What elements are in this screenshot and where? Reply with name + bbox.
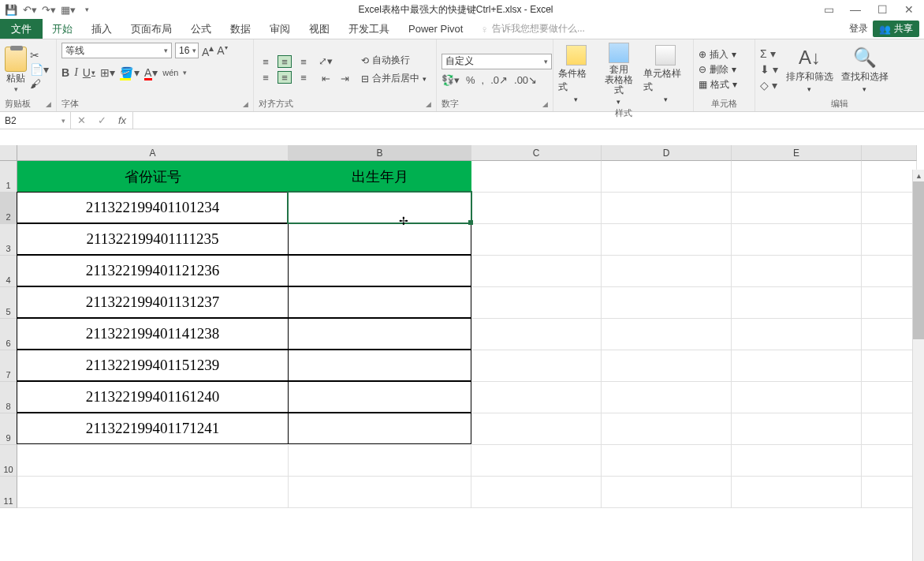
- cell[interactable]: [602, 382, 732, 413]
- cell[interactable]: [732, 161, 862, 193]
- row-header[interactable]: 5: [0, 287, 17, 319]
- cut-button[interactable]: ✂: [30, 49, 49, 62]
- cell[interactable]: [471, 350, 602, 382]
- cell[interactable]: [471, 193, 602, 224]
- find-select-button[interactable]: 🔍 查找和选择▾: [841, 47, 889, 93]
- ribbon-options-icon[interactable]: ▭: [817, 2, 840, 17]
- cell[interactable]: [862, 319, 917, 350]
- increase-decimal-icon[interactable]: .0↗: [490, 74, 508, 86]
- italic-button[interactable]: I: [74, 66, 78, 79]
- cell[interactable]: [602, 477, 732, 508]
- cell[interactable]: 出生年月: [289, 161, 471, 193]
- cell[interactable]: [732, 256, 862, 287]
- format-cells-button[interactable]: ▦格式▾: [699, 78, 737, 92]
- cell[interactable]: [288, 381, 471, 413]
- clear-button[interactable]: ◇ ▾: [760, 79, 778, 92]
- cell[interactable]: 211322199401131237: [17, 286, 289, 318]
- cell[interactable]: [862, 382, 917, 413]
- cell[interactable]: [602, 161, 732, 193]
- wrap-text-button[interactable]: ⟲自动换行: [361, 54, 427, 67]
- font-launcher-icon[interactable]: ◢: [243, 100, 248, 108]
- cell[interactable]: [732, 477, 862, 508]
- tab-view[interactable]: 视图: [300, 19, 339, 39]
- file-tab[interactable]: 文件: [0, 19, 43, 39]
- merge-center-button[interactable]: ⊟合并后居中▾: [361, 72, 427, 85]
- new-icon[interactable]: ▦▾: [60, 2, 76, 17]
- cell[interactable]: [862, 477, 917, 508]
- tell-me-search[interactable]: ♀ 告诉我您想要做什么...: [472, 19, 593, 39]
- row-header[interactable]: 4: [0, 256, 17, 287]
- format-table-button[interactable]: 套用 表格格式▾: [601, 43, 637, 106]
- font-size-combo[interactable]: 16▾: [175, 43, 199, 58]
- alignment-launcher-icon[interactable]: ◢: [426, 100, 431, 108]
- row-header[interactable]: 2: [0, 193, 17, 224]
- format-painter-button[interactable]: 🖌: [30, 77, 49, 90]
- vertical-scrollbar[interactable]: ▲: [912, 170, 924, 561]
- cell[interactable]: [602, 256, 732, 287]
- cancel-formula-icon[interactable]: ✕: [71, 114, 91, 126]
- row-header[interactable]: 8: [0, 382, 17, 413]
- cell[interactable]: [862, 350, 917, 382]
- cell[interactable]: [471, 287, 602, 319]
- bold-button[interactable]: B: [61, 66, 69, 79]
- sort-filter-button[interactable]: A↓ 排序和筛选▾: [786, 47, 833, 93]
- cell[interactable]: 省份证号: [17, 161, 289, 193]
- conditional-format-button[interactable]: 条件格式▾: [558, 45, 594, 103]
- cell[interactable]: [288, 286, 471, 318]
- redo-icon[interactable]: ↷▾: [41, 2, 57, 17]
- cell[interactable]: [471, 224, 602, 256]
- autosum-button[interactable]: Σ ▾: [760, 47, 778, 60]
- align-right-icon[interactable]: ≡: [296, 71, 311, 84]
- cell[interactable]: 211322199401151239: [17, 350, 289, 381]
- row-header[interactable]: 9: [0, 413, 17, 445]
- cell[interactable]: [732, 319, 862, 350]
- tab-formulas[interactable]: 公式: [181, 19, 221, 39]
- increase-font-icon[interactable]: A▴: [202, 43, 214, 58]
- cell[interactable]: [732, 445, 862, 477]
- fill-handle[interactable]: [468, 220, 473, 225]
- cell[interactable]: [471, 477, 602, 508]
- clipboard-launcher-icon[interactable]: ◢: [46, 100, 51, 108]
- cell[interactable]: [732, 382, 862, 413]
- border-button[interactable]: ⊞▾: [100, 66, 115, 79]
- phonetic-button[interactable]: wén: [162, 68, 178, 77]
- tab-developer[interactable]: 开发工具: [339, 19, 399, 39]
- align-top-icon[interactable]: ≡: [259, 55, 273, 68]
- align-left-icon[interactable]: ≡: [259, 71, 273, 84]
- formula-input[interactable]: [133, 112, 924, 129]
- row-header[interactable]: 6: [0, 319, 17, 350]
- cell[interactable]: [862, 287, 917, 319]
- cell[interactable]: [732, 413, 862, 445]
- row-header[interactable]: 11: [0, 477, 17, 508]
- align-middle-icon[interactable]: ≡: [278, 55, 292, 68]
- insert-cells-button[interactable]: ⊕插入▾: [699, 48, 737, 62]
- delete-cells-button[interactable]: ⊖删除▾: [699, 63, 737, 77]
- cell[interactable]: [288, 192, 471, 223]
- cell[interactable]: [602, 413, 732, 445]
- tab-insert[interactable]: 插入: [82, 19, 121, 39]
- tab-page-layout[interactable]: 页面布局: [121, 19, 181, 39]
- spreadsheet-grid[interactable]: ABCDE1省份证号出生年月22113221994011012343211322…: [0, 145, 924, 540]
- login-link[interactable]: 登录: [849, 22, 868, 36]
- maximize-icon[interactable]: ☐: [870, 2, 894, 17]
- close-icon[interactable]: ✕: [897, 2, 921, 17]
- scroll-up-icon[interactable]: ▲: [913, 170, 924, 181]
- column-header[interactable]: D: [602, 145, 732, 161]
- cell[interactable]: [602, 287, 732, 319]
- qat-customize-icon[interactable]: ▾: [79, 2, 95, 17]
- cell[interactable]: [602, 224, 732, 256]
- column-header[interactable]: E: [732, 145, 862, 161]
- cell[interactable]: 211322199401161240: [17, 381, 289, 413]
- align-bottom-icon[interactable]: ≡: [296, 55, 311, 68]
- decrease-font-icon[interactable]: A▾: [217, 44, 227, 57]
- cell[interactable]: [862, 193, 917, 224]
- fill-button[interactable]: ⬇ ▾: [760, 63, 778, 76]
- row-header[interactable]: 10: [0, 445, 17, 477]
- cell[interactable]: [288, 223, 471, 255]
- share-button[interactable]: 👥 共享: [873, 21, 919, 37]
- cell[interactable]: [602, 319, 732, 350]
- tab-review[interactable]: 审阅: [260, 19, 300, 39]
- column-header[interactable]: C: [471, 145, 602, 161]
- paste-button[interactable]: 粘贴 ▾: [5, 47, 27, 93]
- cell[interactable]: [288, 350, 471, 381]
